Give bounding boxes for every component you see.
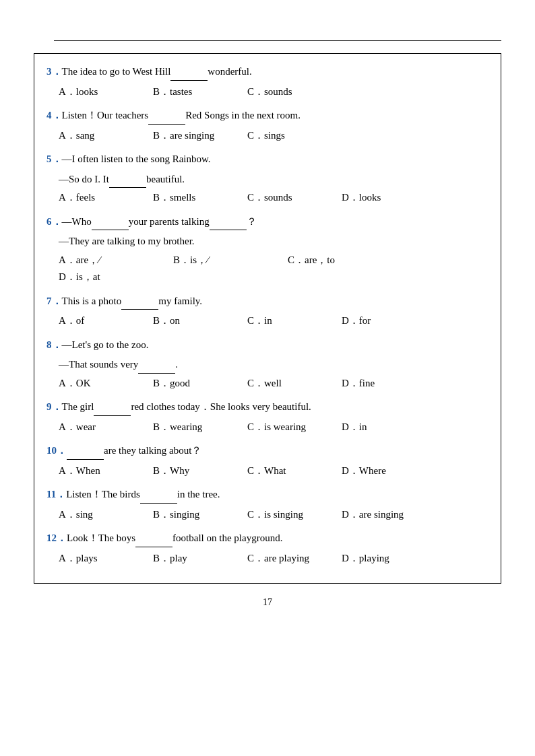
q10-number: 10． — [46, 445, 67, 456]
q6-optC: C．are，to — [288, 252, 396, 269]
q10-optD: D．Where — [342, 462, 429, 480]
q12-optC: C．are playing — [247, 550, 335, 568]
q10-text: 10．are they talking about？ — [46, 442, 489, 460]
q8-text: 8．—Let's go to the zoo. — [46, 337, 489, 354]
q8-number: 8． — [46, 339, 62, 350]
q4-options: A．sang B．are singing C．sings — [59, 127, 489, 145]
q7-optA: A．of — [59, 312, 146, 330]
q7-optC: C．in — [247, 312, 335, 330]
q4-optA: A．sang — [59, 127, 146, 145]
q11-number: 11． — [46, 489, 66, 500]
q6-options: A．are，∕ B．is，∕ C．are，to D．is，at — [59, 252, 489, 286]
q11-options: A．sing B．singing C．is singing D．are sing… — [59, 506, 489, 524]
question-11: 11．Listen！The birdsin the tree. A．sing B… — [46, 486, 489, 523]
q9-number: 9． — [46, 401, 62, 412]
q9-text: 9．The girlred clothes today．She looks ve… — [46, 399, 489, 416]
top-line — [54, 40, 501, 41]
question-4: 4．Listen！Our teachersRed Songs in the ne… — [46, 107, 489, 144]
q10-optC: C．What — [247, 462, 335, 480]
q11-optB: B．singing — [153, 506, 241, 524]
q8-blank — [138, 373, 175, 374]
q4-optB: B．are singing — [153, 127, 241, 145]
q7-optD: D．for — [342, 312, 429, 330]
q12-options: A．plays B．play C．are playing D．playing — [59, 550, 489, 568]
q5-options: A．feels B．smells C．sounds D．looks — [59, 189, 489, 207]
q7-blank — [121, 309, 158, 310]
q7-options: A．of B．on C．in D．for — [59, 312, 489, 330]
page-number: 17 — [34, 597, 501, 608]
q12-optD: D．playing — [342, 550, 429, 568]
q5-optC: C．sounds — [247, 189, 335, 207]
q4-text: 4．Listen！Our teachersRed Songs in the ne… — [46, 107, 489, 125]
q9-optD: D．in — [342, 419, 429, 436]
q10-blank — [67, 459, 104, 460]
q5-optD: D．looks — [342, 189, 429, 207]
q7-number: 7． — [46, 296, 62, 306]
q6-dialogue: —They are talking to my brother. — [59, 233, 489, 250]
question-container: 3．The idea to go to West Hillwonderful. … — [34, 53, 501, 584]
q12-optA: A．plays — [59, 550, 146, 568]
q8-optB: B．good — [153, 375, 241, 392]
q7-text: 7．This is a photomy family. — [46, 293, 489, 310]
question-7: 7．This is a photomy family. A．of B．on C．… — [46, 293, 489, 330]
q9-options: A．wear B．wearing C．is wearing D．in — [59, 419, 489, 436]
q6-optA: A．are，∕ — [59, 252, 166, 269]
q8-optD: D．fine — [342, 375, 429, 392]
q3-optC: C．sounds — [247, 83, 335, 101]
q6-blank2 — [210, 230, 247, 230]
q11-optC: C．is singing — [247, 506, 335, 524]
q11-text: 11．Listen！The birdsin the tree. — [46, 486, 489, 504]
q4-number: 4． — [46, 110, 62, 121]
q9-optC: C．is wearing — [247, 419, 335, 436]
q6-text: 6．—Whoyour parents talking？ — [46, 213, 489, 231]
q8-optA: A．OK — [59, 375, 146, 392]
q11-optA: A．sing — [59, 506, 146, 524]
q3-blank — [170, 80, 208, 81]
q12-optB: B．play — [153, 550, 241, 568]
q5-number: 5． — [46, 153, 62, 164]
question-5: 5．—I often listen to the song Rainbow. —… — [46, 151, 489, 207]
q9-optA: A．wear — [59, 419, 146, 436]
q5-optA: A．feels — [59, 189, 146, 207]
q6-optB: B．is，∕ — [173, 252, 281, 269]
q8-dialogue: —That sounds very. — [59, 356, 489, 374]
q5-dialogue: —So do I. Itbeautiful. — [59, 171, 489, 188]
q3-text: 3．The idea to go to West Hillwonderful. — [46, 63, 489, 81]
q8-options: A．OK B．good C．well D．fine — [59, 375, 489, 392]
q8-optC: C．well — [247, 375, 335, 392]
q3-number: 3． — [46, 66, 62, 77]
q6-number: 6． — [46, 216, 62, 227]
q5-text: 5．—I often listen to the song Rainbow. — [46, 151, 489, 168]
q4-optC: C．sings — [247, 127, 335, 145]
question-3: 3．The idea to go to West Hillwonderful. … — [46, 63, 489, 100]
q12-blank — [135, 547, 172, 547]
q9-optB: B．wearing — [153, 419, 241, 436]
q3-optA: A．looks — [59, 83, 146, 101]
q3-options: A．looks B．tastes C．sounds — [59, 83, 489, 101]
q10-optB: B．Why — [153, 462, 241, 480]
q5-optB: B．smells — [153, 189, 241, 207]
q12-number: 12． — [46, 532, 67, 543]
q10-options: A．When B．Why C．What D．Where — [59, 462, 489, 480]
q4-blank — [148, 124, 185, 125]
question-12: 12．Look！The boysfootball on the playgrou… — [46, 530, 489, 567]
q7-optB: B．on — [153, 312, 241, 330]
q6-blank1 — [92, 230, 129, 230]
question-9: 9．The girlred clothes today．She looks ve… — [46, 399, 489, 436]
q12-text: 12．Look！The boysfootball on the playgrou… — [46, 530, 489, 547]
q5-blank — [109, 187, 146, 188]
q11-blank — [140, 503, 177, 504]
q10-optA: A．When — [59, 462, 146, 480]
q3-optB: B．tastes — [153, 83, 241, 101]
page: 3．The idea to go to West Hillwonderful. … — [0, 0, 535, 756]
q6-optD: D．is，at — [59, 269, 166, 286]
question-6: 6．—Whoyour parents talking？ —They are ta… — [46, 213, 489, 286]
question-8: 8．—Let's go to the zoo. —That sounds ver… — [46, 337, 489, 392]
q9-blank — [94, 415, 131, 416]
q11-optD: D．are singing — [342, 506, 429, 524]
question-10: 10．are they talking about？ A．When B．Why … — [46, 442, 489, 479]
